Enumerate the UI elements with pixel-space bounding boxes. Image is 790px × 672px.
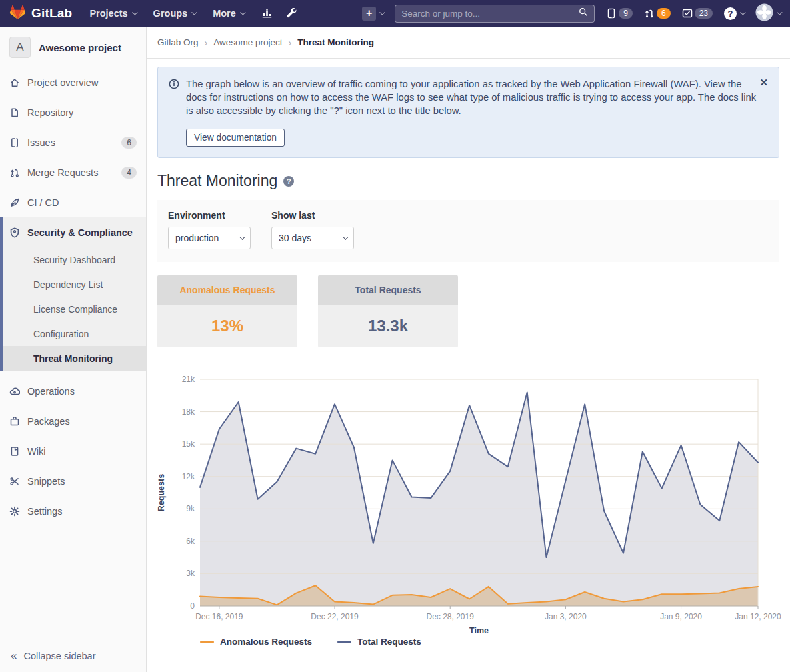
sidebar-subitem-license-compliance[interactable]: License Compliance [3,297,146,321]
package-icon [9,416,20,427]
todos-dropdown[interactable]: 23 [682,8,713,19]
search-icon[interactable] [579,7,588,19]
user-menu[interactable] [755,3,781,24]
brand-name: GitLab [31,6,72,21]
nav-groups[interactable]: Groups [153,8,196,19]
chart-legend: Anomalous Requests Total Requests [200,637,421,647]
show-last-select[interactable]: 30 days [271,227,354,249]
sidebar-subitem-dependency-list[interactable]: Dependency List [3,272,146,297]
breadcrumb-project[interactable]: Awesome project [213,37,282,47]
breadcrumb-current[interactable]: Threat Monitoring [297,37,374,47]
help-icon: ? [724,7,737,20]
sidebar-item-repository[interactable]: Repository [0,97,146,127]
anomalous-requests-card-title: Anomalous Requests [157,275,297,305]
chevron-down-icon [240,9,245,15]
title-help-icon[interactable]: ? [283,176,294,187]
collapse-sidebar-button[interactable]: « Collapse sidebar [0,639,146,672]
anomalous-requests-card: Anomalous Requests 13% [157,275,297,347]
sidebar-item-wiki[interactable]: Wiki [0,436,146,466]
legend-anomalous-requests[interactable]: Anomalous Requests [200,637,312,647]
home-icon [9,77,20,88]
filters-panel: Environment production Show last 30 days [157,200,779,262]
sidebar-item-operations[interactable]: Operations [0,376,146,406]
sidebar-item-merge-requests[interactable]: Merge Requests 4 [0,157,146,187]
info-icon [169,79,179,117]
svg-text:18k: 18k [182,407,195,417]
view-documentation-button[interactable]: View documentation [186,129,285,147]
analytics-chart-icon[interactable] [261,8,273,19]
nav-projects[interactable]: Projects [89,8,135,19]
svg-text:Dec 28, 2019: Dec 28, 2019 [427,612,475,621]
legend-total-requests[interactable]: Total Requests [337,637,421,647]
area-chart-canvas[interactable]: 03k6k9k12k15k18k21kDec 16, 2019Dec 22, 2… [157,369,779,636]
cloud-icon [9,386,20,397]
chevron-down-icon [740,9,745,15]
sidebar-item-settings[interactable]: Settings [0,496,146,526]
page-title: Threat Monitoring [157,172,277,190]
environment-select[interactable]: production [168,227,251,249]
search-input[interactable] [401,9,579,19]
svg-text:9k: 9k [186,504,195,513]
sidebar-subitem-threat-monitoring[interactable]: Threat Monitoring [3,346,146,371]
chevron-down-icon [777,9,782,15]
nav-more[interactable]: More [213,8,244,19]
project-avatar: A [9,37,31,58]
svg-text:21k: 21k [182,375,195,384]
svg-text:3k: 3k [186,569,195,578]
admin-wrench-icon[interactable] [286,8,297,19]
svg-text:Jan 3, 2020: Jan 3, 2020 [545,612,587,621]
gitlab-logo-icon [9,4,26,23]
ci-cd-icon [9,197,20,208]
sidebar-item-project-overview[interactable]: Project overview [0,67,146,97]
chevron-down-icon [379,9,385,15]
breadcrumb: Gitlab Org › Awesome project › Threat Mo… [147,27,790,59]
waf-info-alert: The graph below is an overview of traffi… [157,67,779,158]
breadcrumb-group[interactable]: Gitlab Org [157,37,199,47]
todos-count-badge: 23 [695,8,713,19]
svg-text:6k: 6k [186,537,195,546]
project-sidebar: A Awesome project Project overview Repos… [0,27,147,672]
breadcrumb-separator: › [205,37,208,48]
sidebar-item-snippets[interactable]: Snippets [0,466,146,496]
security-compliance-section: Security & Compliance Security Dashboard… [0,217,146,371]
document-icon [9,107,20,118]
top-navbar: GitLab Projects Groups More + [0,0,790,27]
sidebar-item-issues[interactable]: Issues 6 [0,127,146,157]
todos-icon [682,8,693,19]
sidebar-subitem-configuration[interactable]: Configuration [3,321,146,346]
svg-text:Requests: Requests [157,474,166,511]
global-search [395,5,595,23]
issues-icon [9,137,20,148]
project-name: Awesome project [39,42,121,53]
shield-icon [9,227,20,238]
chevron-down-icon [239,234,245,239]
sidebar-subitem-security-dashboard[interactable]: Security Dashboard [3,247,146,272]
total-requests-card-title: Total Requests [318,275,458,305]
mr-count-badge: 4 [121,167,137,179]
merge-requests-dropdown[interactable]: 6 [644,8,671,19]
new-menu-button[interactable]: + [362,7,383,21]
total-requests-card-value: 13.3k [318,305,458,347]
collapse-chevrons-icon: « [11,649,17,663]
issues-count-badge: 6 [121,137,137,149]
sidebar-item-security-compliance[interactable]: Security & Compliance [3,217,146,247]
svg-text:0: 0 [190,601,195,611]
sidebar-item-packages[interactable]: Packages [0,406,146,436]
legend-swatch-orange [200,641,214,643]
svg-text:Jan 9, 2020: Jan 9, 2020 [660,612,702,621]
legend-swatch-slate [337,641,351,643]
merge-request-icon [644,8,655,19]
gitlab-home-link[interactable]: GitLab [9,4,72,23]
chevron-down-icon [191,9,197,15]
close-icon[interactable]: ✕ [759,77,768,89]
project-header[interactable]: A Awesome project [0,27,146,67]
scissors-icon [9,476,20,487]
help-menu[interactable]: ? [724,7,744,20]
svg-text:Dec 22, 2019: Dec 22, 2019 [311,612,359,621]
svg-text:Time: Time [469,626,489,635]
issues-dropdown[interactable]: 9 [606,8,633,19]
sidebar-item-ci-cd[interactable]: CI / CD [0,187,146,217]
traffic-chart: 03k6k9k12k15k18k21kDec 16, 2019Dec 22, 2… [157,369,779,653]
merge-request-icon [9,167,20,178]
mr-count-badge: 6 [657,8,671,19]
